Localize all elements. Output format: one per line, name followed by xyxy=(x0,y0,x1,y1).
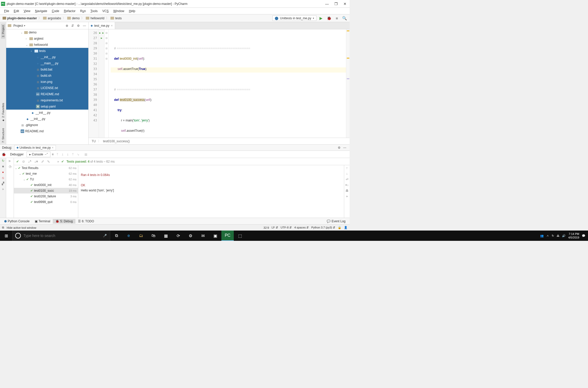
line-number-gutter[interactable]: 26 27 28 29 30 31 32 33 34 35 36 37 38 3… xyxy=(89,29,99,138)
menu-help[interactable]: Help xyxy=(127,9,137,13)
tray-chevron-icon[interactable]: ㅅ xyxy=(546,234,549,238)
tree-file[interactable]: ◆__init__.py xyxy=(6,116,88,122)
sort-icon[interactable]: ↓≡ xyxy=(34,160,39,163)
resume-icon[interactable]: ▶ xyxy=(9,159,11,163)
toolbar-icon[interactable]: ⤓ xyxy=(65,153,70,156)
tree-file[interactable]: ▦setup.yaml xyxy=(6,103,88,110)
breadcrumb-item[interactable]: plugin-demo-master xyxy=(2,16,38,20)
rerun-icon[interactable]: ↻ xyxy=(2,159,4,163)
code-editor[interactable]: # ======================================… xyxy=(109,29,346,138)
cursor-position[interactable]: 32:9 xyxy=(264,226,269,229)
clock[interactable]: 7:14 PM4/5/2019 xyxy=(568,232,579,239)
editor-breadcrumb[interactable]: TU〉test0100_success() xyxy=(89,138,350,144)
menu-tools[interactable]: Tools xyxy=(88,9,100,13)
tree-row[interactable]: ⌄✔TU62 ms xyxy=(14,177,78,182)
pycharm-taskbar-icon[interactable]: PC xyxy=(221,231,234,241)
console-subtab[interactable]: ▸Console→" xyxy=(27,152,51,157)
debugger-subtab[interactable]: Debugger xyxy=(7,152,27,157)
wrap-icon[interactable]: ⏎ xyxy=(346,178,348,181)
more-icon[interactable]: » xyxy=(346,195,348,198)
test-results-tree[interactable]: ⌄✔Test Results62 ms ⌄✔test_me62 ms ⌄✔TU6… xyxy=(14,165,78,218)
settings-icon[interactable]: ⚙ xyxy=(184,231,197,241)
system-tray[interactable]: 👥 ㅅ ↻ 🖧 🔊 7:14 PM4/5/2019 💬 xyxy=(538,232,588,239)
scroll-icon[interactable]: ≡↓ xyxy=(345,183,349,187)
debug-tab[interactable]: 🐞5: Debug xyxy=(53,219,75,224)
mic-icon[interactable]: 🎤 xyxy=(100,234,110,237)
scroll-to-source-icon[interactable]: ⊕ xyxy=(65,24,69,28)
menu-run[interactable]: Run xyxy=(78,9,88,13)
tree-file[interactable]: ◆__init__.py xyxy=(6,110,88,116)
expand-icon[interactable]: ⤢ xyxy=(40,160,45,163)
edge-icon[interactable]: e xyxy=(123,231,135,241)
favorites-tool-tab[interactable]: ★2: Favorites xyxy=(1,101,5,124)
terminal-tab[interactable]: ▣Terminal xyxy=(32,219,53,224)
tree-file[interactable]: ◆__main__.py xyxy=(6,60,88,66)
indent[interactable]: 4 spaces ⇵ xyxy=(294,226,309,229)
app-icon[interactable]: ▦ xyxy=(160,231,172,241)
toggle-icon[interactable]: ● xyxy=(2,170,4,174)
breadcrumb-item[interactable]: helloworld xyxy=(85,16,105,20)
menu-refactor[interactable]: Refactor xyxy=(62,9,77,13)
tree-file[interactable]: ◆__init__.py xyxy=(6,54,88,60)
tree-file[interactable]: ▤icon.png xyxy=(6,79,88,85)
menu-window[interactable]: Window xyxy=(111,9,126,13)
toolbar-icon[interactable]: ⤒ xyxy=(55,153,60,156)
collapse-all-icon[interactable]: ⇵ xyxy=(71,24,75,28)
encoding[interactable]: UTF-8 ⇵ xyxy=(281,226,292,229)
tree-row[interactable]: ⌄✔Test Results62 ms xyxy=(14,165,78,171)
toolbar-icon[interactable]: ≡ xyxy=(50,153,55,156)
todo-tab[interactable]: ☰6: TODO xyxy=(75,219,97,224)
close-tab-icon[interactable]: × xyxy=(111,24,113,28)
people-icon[interactable]: 👥 xyxy=(540,234,544,237)
menu-code[interactable]: Code xyxy=(50,9,61,13)
menu-file[interactable]: File xyxy=(2,9,11,13)
run-gutter[interactable]: ▶ ▶ ▶ xyxy=(99,29,105,138)
tree-folder[interactable]: ⌄helloworld xyxy=(6,42,88,48)
interpreter[interactable]: Python 3.7 (py3) ⇵ xyxy=(311,226,335,229)
start-button[interactable]: ⊞ xyxy=(0,231,12,241)
toolbar-icon[interactable]: ⤓ xyxy=(60,153,65,156)
tree-row[interactable]: ✔test9999_quit0 ms xyxy=(14,199,78,205)
menu-vcs[interactable]: VCS xyxy=(100,9,111,13)
task-view-icon[interactable]: ⧉ xyxy=(110,231,123,241)
minimize-button[interactable]: — xyxy=(325,2,329,6)
project-tool-tab[interactable]: 1: Project xyxy=(1,24,5,39)
breadcrumb-item[interactable]: demo xyxy=(66,16,81,20)
tree-file[interactable]: ▤LICENSE.txt xyxy=(6,85,88,91)
show-passed-icon[interactable]: ✔ xyxy=(15,160,20,163)
notifications-icon[interactable]: 💬 xyxy=(582,234,585,237)
print-icon[interactable]: 🖶 xyxy=(345,189,349,192)
show-ignored-icon[interactable]: ⊘ xyxy=(21,160,26,163)
stop-icon[interactable]: ■ xyxy=(2,165,4,168)
volume-icon[interactable]: 🔊 xyxy=(562,234,566,237)
collapse-icon[interactable]: ⤡ xyxy=(46,160,51,163)
debug-session-tab[interactable]: ◆Unittests in test_me.py× xyxy=(14,145,56,150)
structure-tool-tab[interactable]: 7: Structure xyxy=(1,127,5,144)
tree-file[interactable]: ▤requirements.txt xyxy=(6,97,88,103)
network-icon[interactable]: 🖧 xyxy=(557,234,559,237)
app-icon[interactable]: ⬚ xyxy=(234,231,246,241)
sync-icon[interactable]: ↻ xyxy=(552,234,554,237)
stop-button[interactable]: ■ xyxy=(335,16,339,20)
layout-icon[interactable]: ▞ xyxy=(2,182,4,185)
maximize-button[interactable]: ❐ xyxy=(334,2,338,6)
gear-icon[interactable]: ⚙ xyxy=(336,146,342,149)
up-icon[interactable]: ↑ xyxy=(346,166,348,170)
tree-row[interactable]: ⌄✔test_me62 ms xyxy=(14,171,78,177)
tree-file[interactable]: ▤.gitignore xyxy=(6,122,88,128)
toggle-icon[interactable]: ⦸ xyxy=(2,176,4,180)
console-output[interactable]: Ran 4 tests in 0.064s OK Hello world ['t… xyxy=(78,165,344,218)
clock-icon[interactable]: ◷ xyxy=(9,165,11,168)
settings-icon[interactable]: ⚙ xyxy=(76,24,81,28)
toolbar-icon[interactable]: ⤒ xyxy=(70,153,75,156)
tree-row[interactable]: ✔test0000_init40 ms xyxy=(14,182,78,188)
app-icon[interactable]: ⟳ xyxy=(172,231,184,241)
tree-row[interactable]: ✔test0200_failure3 ms xyxy=(14,193,78,199)
fold-gutter[interactable]: ⊟ ⊟ ⊟ ⊟ ⊟ ⊟ xyxy=(105,29,109,138)
toolbar-icon[interactable]: ↘ xyxy=(75,153,81,156)
breadcrumb-item[interactable]: argoslabs xyxy=(42,16,62,20)
search-everywhere-button[interactable]: 🔍 xyxy=(341,16,348,21)
breadcrumb-item[interactable]: tests xyxy=(109,16,123,20)
taskbar-search[interactable]: 🎤 xyxy=(12,231,110,241)
editor-tab[interactable]: ◆ test_me.py × xyxy=(89,22,115,29)
